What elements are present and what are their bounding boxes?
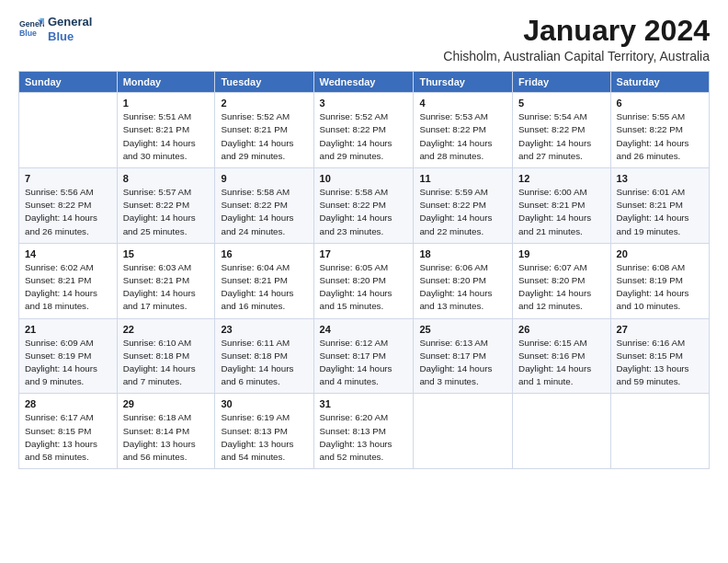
day-detail: Sunrise: 6:01 AM Sunset: 8:21 PM Dayligh… <box>617 186 703 238</box>
day-number: 11 <box>419 173 506 184</box>
calendar-cell: 29Sunrise: 6:18 AM Sunset: 8:14 PM Dayli… <box>117 394 215 469</box>
day-detail: Sunrise: 6:20 AM Sunset: 8:13 PM Dayligh… <box>320 411 408 464</box>
calendar-cell: 27Sunrise: 6:16 AM Sunset: 8:15 PM Dayli… <box>610 318 709 394</box>
day-detail: Sunrise: 6:17 AM Sunset: 8:15 PM Dayligh… <box>25 411 111 464</box>
day-detail: Sunrise: 5:52 AM Sunset: 8:21 PM Dayligh… <box>221 110 307 163</box>
day-detail: Sunrise: 5:57 AM Sunset: 8:22 PM Dayligh… <box>123 186 210 238</box>
day-number: 3 <box>320 98 408 109</box>
day-number: 18 <box>419 248 506 259</box>
calendar-header-wednesday: Wednesday <box>313 72 414 93</box>
day-number: 12 <box>518 173 604 184</box>
calendar-header-saturday: Saturday <box>610 72 709 93</box>
day-number: 9 <box>221 173 307 184</box>
day-detail: Sunrise: 6:18 AM Sunset: 8:14 PM Dayligh… <box>123 411 210 464</box>
calendar-cell <box>610 394 709 469</box>
calendar-cell: 13Sunrise: 6:01 AM Sunset: 8:21 PM Dayli… <box>610 168 709 244</box>
title-block: January 2024 Chisholm, Australian Capita… <box>443 15 710 63</box>
day-number: 24 <box>320 324 408 335</box>
day-number: 4 <box>419 98 506 109</box>
day-number: 7 <box>25 173 111 184</box>
day-number: 16 <box>221 248 307 259</box>
calendar-cell: 24Sunrise: 6:12 AM Sunset: 8:17 PM Dayli… <box>313 318 414 394</box>
calendar-cell: 20Sunrise: 6:08 AM Sunset: 8:19 PM Dayli… <box>610 243 709 318</box>
calendar-cell: 2Sunrise: 5:52 AM Sunset: 8:21 PM Daylig… <box>215 93 313 168</box>
calendar-header-thursday: Thursday <box>414 72 513 93</box>
day-number: 28 <box>25 398 111 409</box>
calendar-week-row: 7Sunrise: 5:56 AM Sunset: 8:22 PM Daylig… <box>19 168 710 244</box>
day-number: 26 <box>518 324 604 335</box>
day-detail: Sunrise: 6:02 AM Sunset: 8:21 PM Dayligh… <box>25 261 111 314</box>
day-number: 1 <box>123 98 210 109</box>
day-detail: Sunrise: 5:51 AM Sunset: 8:21 PM Dayligh… <box>123 110 210 163</box>
day-number: 20 <box>617 248 703 259</box>
calendar-cell: 10Sunrise: 5:58 AM Sunset: 8:22 PM Dayli… <box>313 168 414 244</box>
page: General Blue General Blue January 2024 C… <box>0 0 728 478</box>
day-detail: Sunrise: 5:58 AM Sunset: 8:22 PM Dayligh… <box>320 186 408 238</box>
day-detail: Sunrise: 6:00 AM Sunset: 8:21 PM Dayligh… <box>518 186 604 238</box>
calendar-cell: 19Sunrise: 6:07 AM Sunset: 8:20 PM Dayli… <box>513 243 610 318</box>
day-detail: Sunrise: 5:59 AM Sunset: 8:22 PM Dayligh… <box>419 186 506 238</box>
calendar-week-row: 28Sunrise: 6:17 AM Sunset: 8:15 PM Dayli… <box>19 394 710 469</box>
day-detail: Sunrise: 6:15 AM Sunset: 8:16 PM Dayligh… <box>518 337 604 389</box>
logo-icon: General Blue <box>18 17 44 42</box>
calendar-cell: 26Sunrise: 6:15 AM Sunset: 8:16 PM Dayli… <box>513 318 610 394</box>
day-number: 19 <box>518 248 604 259</box>
calendar-cell: 4Sunrise: 5:53 AM Sunset: 8:22 PM Daylig… <box>414 93 513 168</box>
day-detail: Sunrise: 6:19 AM Sunset: 8:13 PM Dayligh… <box>221 411 307 464</box>
day-detail: Sunrise: 6:06 AM Sunset: 8:20 PM Dayligh… <box>419 261 506 314</box>
day-detail: Sunrise: 6:04 AM Sunset: 8:21 PM Dayligh… <box>221 261 307 314</box>
day-detail: Sunrise: 6:03 AM Sunset: 8:21 PM Dayligh… <box>123 261 210 314</box>
calendar-cell: 21Sunrise: 6:09 AM Sunset: 8:19 PM Dayli… <box>19 318 118 394</box>
day-detail: Sunrise: 5:54 AM Sunset: 8:22 PM Dayligh… <box>518 110 604 163</box>
calendar-cell: 15Sunrise: 6:03 AM Sunset: 8:21 PM Dayli… <box>117 243 215 318</box>
day-number: 2 <box>221 98 307 109</box>
day-detail: Sunrise: 6:09 AM Sunset: 8:19 PM Dayligh… <box>25 337 111 389</box>
calendar-cell: 22Sunrise: 6:10 AM Sunset: 8:18 PM Dayli… <box>117 318 215 394</box>
calendar-header-tuesday: Tuesday <box>215 72 313 93</box>
calendar-cell: 31Sunrise: 6:20 AM Sunset: 8:13 PM Dayli… <box>313 394 414 469</box>
calendar-week-row: 21Sunrise: 6:09 AM Sunset: 8:19 PM Dayli… <box>19 318 710 394</box>
day-detail: Sunrise: 5:58 AM Sunset: 8:22 PM Dayligh… <box>221 186 307 238</box>
day-number: 6 <box>617 98 703 109</box>
day-detail: Sunrise: 6:07 AM Sunset: 8:20 PM Dayligh… <box>518 261 604 314</box>
page-title: January 2024 <box>443 15 710 47</box>
calendar-cell: 16Sunrise: 6:04 AM Sunset: 8:21 PM Dayli… <box>215 243 313 318</box>
calendar-cell: 28Sunrise: 6:17 AM Sunset: 8:15 PM Dayli… <box>19 394 118 469</box>
header-row: General Blue General Blue January 2024 C… <box>18 15 710 63</box>
calendar-cell: 1Sunrise: 5:51 AM Sunset: 8:21 PM Daylig… <box>117 93 215 168</box>
calendar-table: SundayMondayTuesdayWednesdayThursdayFrid… <box>18 71 710 469</box>
day-number: 15 <box>123 248 210 259</box>
day-detail: Sunrise: 6:05 AM Sunset: 8:20 PM Dayligh… <box>320 261 408 314</box>
day-number: 5 <box>518 98 604 109</box>
day-number: 22 <box>123 324 210 335</box>
calendar-cell: 11Sunrise: 5:59 AM Sunset: 8:22 PM Dayli… <box>414 168 513 244</box>
calendar-header-sunday: Sunday <box>19 72 118 93</box>
day-number: 25 <box>419 324 506 335</box>
calendar-cell: 14Sunrise: 6:02 AM Sunset: 8:21 PM Dayli… <box>19 243 118 318</box>
calendar-header-row: SundayMondayTuesdayWednesdayThursdayFrid… <box>19 72 710 93</box>
calendar-cell: 6Sunrise: 5:55 AM Sunset: 8:22 PM Daylig… <box>610 93 709 168</box>
day-number: 14 <box>25 248 111 259</box>
day-number: 29 <box>123 398 210 409</box>
day-detail: Sunrise: 6:13 AM Sunset: 8:17 PM Dayligh… <box>419 337 506 389</box>
day-detail: Sunrise: 6:10 AM Sunset: 8:18 PM Dayligh… <box>123 337 210 389</box>
day-detail: Sunrise: 5:55 AM Sunset: 8:22 PM Dayligh… <box>617 110 703 163</box>
calendar-cell: 9Sunrise: 5:58 AM Sunset: 8:22 PM Daylig… <box>215 168 313 244</box>
logo-text-blue: Blue <box>48 29 92 44</box>
day-number: 10 <box>320 173 408 184</box>
svg-text:Blue: Blue <box>19 29 37 38</box>
day-number: 27 <box>617 324 703 335</box>
calendar-header-friday: Friday <box>513 72 610 93</box>
calendar-cell <box>414 394 513 469</box>
calendar-week-row: 14Sunrise: 6:02 AM Sunset: 8:21 PM Dayli… <box>19 243 710 318</box>
calendar-cell: 18Sunrise: 6:06 AM Sunset: 8:20 PM Dayli… <box>414 243 513 318</box>
day-number: 31 <box>320 398 408 409</box>
day-number: 17 <box>320 248 408 259</box>
calendar-week-row: 1Sunrise: 5:51 AM Sunset: 8:21 PM Daylig… <box>19 93 710 168</box>
day-number: 23 <box>221 324 307 335</box>
day-detail: Sunrise: 5:56 AM Sunset: 8:22 PM Dayligh… <box>25 186 111 238</box>
calendar-cell: 5Sunrise: 5:54 AM Sunset: 8:22 PM Daylig… <box>513 93 610 168</box>
calendar-cell <box>19 93 118 168</box>
day-number: 21 <box>25 324 111 335</box>
day-detail: Sunrise: 6:16 AM Sunset: 8:15 PM Dayligh… <box>617 337 703 389</box>
